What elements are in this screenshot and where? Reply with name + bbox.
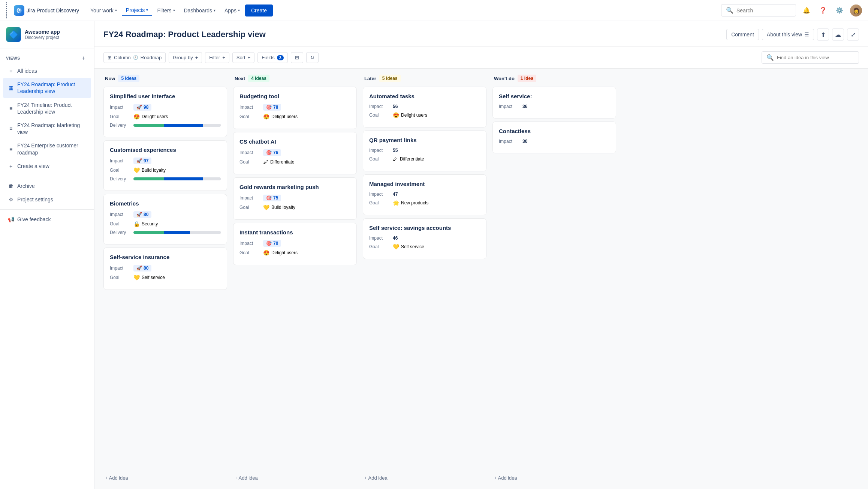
column-status: Next xyxy=(235,76,245,81)
column-view-button[interactable]: ⊞ Column 🕐 Roadmap xyxy=(103,52,166,63)
create-button[interactable]: Create xyxy=(245,4,273,16)
column-count-badge: 4 ideas xyxy=(248,75,269,82)
sort-button[interactable]: Sort + xyxy=(232,52,254,63)
idea-card[interactable]: ContactlessImpact30 xyxy=(492,122,616,153)
project-icon: 🔷 xyxy=(6,27,21,42)
goal-label: Goal xyxy=(239,250,260,255)
sidebar-item-enterprise-roadmap[interactable]: ≡ FY24 Enterprise customer roadmap xyxy=(3,139,91,159)
notifications-icon[interactable]: 🔔 xyxy=(801,4,813,16)
impact-field: Impact🎯78 xyxy=(239,104,350,111)
goal-field: Goal🌟New products xyxy=(369,200,480,206)
cloud-icon[interactable]: ☁ xyxy=(832,28,844,40)
view-options-button[interactable]: ⊞ xyxy=(291,52,303,63)
sidebar-project[interactable]: 🔷 Awesome app Discovery project xyxy=(0,21,94,48)
idea-card[interactable]: Instant transactionsImpact🎯70Goal😍Deligh… xyxy=(233,223,357,265)
sidebar-item-label: Project settings xyxy=(17,196,87,203)
sidebar-item-label: FY24 Roadmap: Marketing view xyxy=(17,122,87,135)
refresh-button[interactable]: ↻ xyxy=(306,52,319,63)
card-title: Budgeting tool xyxy=(239,93,350,99)
idea-card[interactable]: Gold rewards marketing pushImpact🎯75Goal… xyxy=(233,177,357,220)
idea-card[interactable]: CS chatbot AIImpact🎯76Goal🖊Differentiate xyxy=(233,132,357,174)
add-idea-button[interactable]: + Add idea xyxy=(492,473,616,483)
idea-card[interactable]: Self-service insuranceImpact🚀80Goal💛Self… xyxy=(103,248,227,290)
sidebar-item-label: Create a view xyxy=(17,163,87,170)
delivery-bar xyxy=(133,231,221,234)
sidebar-item-all-ideas[interactable]: ≡ All ideas xyxy=(3,64,91,77)
goal-field: Goal🔒Security xyxy=(110,221,221,227)
nav-projects[interactable]: Projects ▾ xyxy=(122,5,152,16)
delivery-label: Delivery xyxy=(110,123,130,128)
impact-field: Impact🚀80 xyxy=(110,265,221,272)
column-footer: + Add idea xyxy=(103,468,227,483)
search-input[interactable] xyxy=(736,8,791,14)
add-idea-button[interactable]: + Add idea xyxy=(233,473,357,483)
impact-field: Impact47 xyxy=(369,192,480,197)
sidebar-item-feedback[interactable]: 📢 Give feedback xyxy=(3,213,91,226)
search-icon: 🔍 xyxy=(726,7,733,14)
goal-text: Differentiate xyxy=(270,159,294,165)
sidebar-item-label: FY24 Enterprise customer roadmap xyxy=(17,142,87,156)
card-title: Self service: savings accounts xyxy=(369,225,480,231)
idea-search[interactable]: 🔍 xyxy=(762,51,859,64)
goal-text: Differentiate xyxy=(400,156,424,162)
filter-button[interactable]: Filter + xyxy=(205,52,229,63)
group-by-button[interactable]: Group by + xyxy=(169,52,202,63)
sidebar-item-timeline-product[interactable]: ≡ FY24 Timeline: Product Leadership view xyxy=(3,99,91,118)
add-idea-button[interactable]: + Add idea xyxy=(103,473,227,483)
help-icon[interactable]: ❓ xyxy=(817,4,829,16)
gear-icon: ⚙ xyxy=(7,196,14,202)
nav-your-work[interactable]: Your work ▾ xyxy=(87,5,121,16)
fullscreen-icon[interactable]: ⤢ xyxy=(847,28,859,40)
idea-search-input[interactable] xyxy=(777,55,854,60)
goal-emoji: 💛 xyxy=(133,274,140,280)
sidebar-item-archive[interactable]: 🗑 Archive xyxy=(3,180,91,192)
global-search[interactable]: 🔍 xyxy=(721,4,796,16)
page-header-actions: Comment About this view ☰ ⬆ ☁ ⤢ xyxy=(726,28,859,40)
app-grid-icon[interactable] xyxy=(6,2,9,18)
idea-card[interactable]: Budgeting toolImpact🎯78Goal😍Delight user… xyxy=(233,87,357,129)
about-view-button[interactable]: About this view ☰ xyxy=(762,29,814,40)
sidebar-item-roadmap-product[interactable]: ▦ FY24 Roadmap: Product Leadership view xyxy=(3,78,91,98)
impact-label: Impact xyxy=(369,148,390,153)
idea-card[interactable]: QR payment linksImpact55Goal🖊Differentia… xyxy=(363,130,486,171)
sidebar-item-create-view[interactable]: + Create a view xyxy=(3,160,91,172)
column-header: Now5 ideas xyxy=(103,75,227,87)
sidebar-item-roadmap-marketing[interactable]: ≡ FY24 Roadmap: Marketing view xyxy=(3,119,91,138)
goal-emoji: 🖊 xyxy=(263,159,268,165)
nav-apps[interactable]: Apps ▾ xyxy=(221,5,244,16)
impact-field: Impact🚀98 xyxy=(110,104,221,111)
nav-filters[interactable]: Filters ▾ xyxy=(153,5,178,16)
nav-dashboards[interactable]: Dashboards ▾ xyxy=(180,5,220,16)
impact-field: Impact56 xyxy=(369,104,480,109)
settings-icon[interactable]: ⚙️ xyxy=(834,4,846,16)
sidebar-item-label: Give feedback xyxy=(17,216,87,223)
impact-label: Impact xyxy=(499,104,519,109)
impact-badge: 🚀80 xyxy=(133,211,151,218)
list-icon: ☰ xyxy=(804,32,809,38)
archive-icon: 🗑 xyxy=(7,183,14,189)
share-icon[interactable]: ⬆ xyxy=(817,28,829,40)
project-name: Awesome app xyxy=(25,29,88,35)
sidebar-item-label: Archive xyxy=(17,183,87,189)
idea-card[interactable]: Simplified user interfaceImpact🚀98Goal😍D… xyxy=(103,87,227,137)
card-title: CS chatbot AI xyxy=(239,138,350,145)
idea-card[interactable]: Self service:Impact36 xyxy=(492,87,616,118)
idea-card[interactable]: Customised experiencesImpact🚀97Goal💛Buil… xyxy=(103,140,227,191)
idea-card[interactable]: Managed investmentImpact47Goal🌟New produ… xyxy=(363,174,486,215)
avatar[interactable]: 👩 xyxy=(850,4,862,16)
sidebar-item-project-settings[interactable]: ⚙ Project settings xyxy=(3,193,91,206)
idea-card[interactable]: Automated tasksImpact56Goal😍Delight user… xyxy=(363,87,486,128)
logo[interactable]: Jira Product Discovery xyxy=(14,5,79,16)
idea-card[interactable]: BiometricsImpact🚀80Goal🔒SecurityDelivery xyxy=(103,194,227,244)
delivery-field: Delivery xyxy=(110,230,221,235)
idea-card[interactable]: Self service: savings accountsImpact46Go… xyxy=(363,218,486,259)
impact-label: Impact xyxy=(369,192,390,197)
goal-badge: 🖊Differentiate xyxy=(393,156,424,162)
comment-button[interactable]: Comment xyxy=(726,29,759,40)
column-cards: Simplified user interfaceImpact🚀98Goal😍D… xyxy=(103,87,227,468)
impact-label: Impact xyxy=(239,241,260,246)
add-idea-button[interactable]: + Add idea xyxy=(363,473,486,483)
sidebar: 🔷 Awesome app Discovery project VIEWS + … xyxy=(0,21,94,489)
add-view-icon[interactable]: + xyxy=(79,54,88,63)
fields-button[interactable]: Fields 3 xyxy=(257,52,288,63)
